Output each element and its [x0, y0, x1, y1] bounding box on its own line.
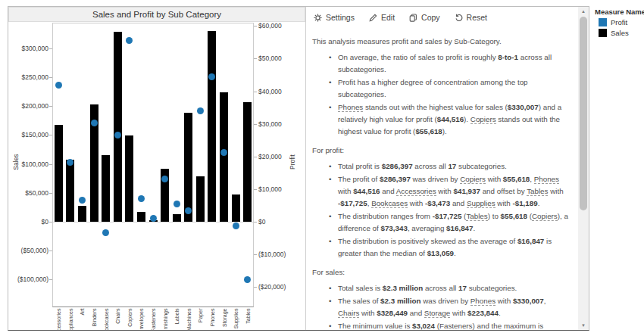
scroll-down-arrow[interactable]: ▼ [578, 321, 589, 330]
reset-button[interactable]: Reset [455, 13, 487, 22]
bar-accessories[interactable] [55, 125, 63, 222]
y-right-tick-label: ($20,000) [258, 283, 298, 291]
bar-art[interactable] [78, 206, 86, 222]
story-text: $41,937 [454, 187, 480, 195]
x-axis-label-appliances: Appliances [67, 309, 73, 331]
story-text: -$17,725 [433, 212, 462, 220]
profit-dot-binders[interactable] [91, 120, 98, 126]
profit-dot-copiers[interactable] [126, 37, 133, 44]
story-text: . [474, 224, 476, 232]
story-text: Profit has a higher degree of concentrat… [338, 78, 528, 98]
legend-item-profit[interactable]: Profit [599, 18, 644, 26]
app-window: Sales and Profit by Sub Category ($100,0… [0, 0, 644, 333]
story-text: . [454, 249, 456, 257]
data-story-panel: This analysis measures profit and sales … [307, 28, 578, 330]
story-text: The profit of [338, 175, 380, 183]
legend-swatch-profit [599, 18, 607, 26]
story-text: $16,847 [446, 224, 473, 232]
story-bullet: The sales of $2.3 million was driven by … [329, 295, 569, 319]
profit-dot-supplies[interactable] [233, 223, 239, 229]
x-axis-label-art: Art [79, 309, 86, 331]
story-term-link[interactable]: Tables [527, 187, 548, 196]
story-term-link[interactable]: Tables [466, 212, 487, 221]
y-right-tick-label: $30,000 [258, 120, 298, 128]
copy-button[interactable]: Copy [409, 13, 440, 22]
profit-dot-fasteners[interactable] [150, 215, 157, 222]
story-text: stands out with the highest value for sa… [363, 103, 508, 111]
story-text: subcategories. [467, 284, 517, 292]
y-right-tick-mark [254, 254, 257, 255]
legend-item-sales[interactable]: Sales [599, 29, 644, 37]
story-text: $286,397 [380, 175, 411, 183]
profit-dot-phones[interactable] [208, 73, 215, 80]
undo-icon [455, 14, 463, 22]
story-term-link[interactable]: Copiers [470, 115, 496, 124]
bar-storage[interactable] [220, 92, 228, 222]
profit-dot-labels[interactable] [174, 201, 180, 207]
story-section-heading: For profit: [312, 145, 569, 157]
bar-labels[interactable] [173, 214, 181, 222]
story-term-link[interactable]: Phones [470, 297, 496, 306]
story-bullet: Total profit is $286,397 across all 17 s… [329, 160, 569, 173]
y-left-tick-mark [49, 251, 52, 251]
story-term-link[interactable]: Fasteners [439, 322, 473, 330]
settings-button[interactable]: Settings [314, 13, 355, 22]
bar-supplies[interactable] [232, 195, 240, 222]
profit-dot-accessories[interactable] [55, 82, 62, 89]
bar-chairs[interactable] [114, 32, 122, 222]
y-left-tick-label: $300,000 [9, 45, 48, 52]
story-text: $2.3 million [383, 284, 423, 292]
bar-bookcases[interactable] [102, 155, 110, 222]
zero-line [53, 222, 253, 223]
reset-label: Reset [467, 13, 487, 22]
profit-dot-paper[interactable] [197, 107, 204, 114]
story-term-link[interactable]: Accessories [396, 187, 436, 196]
profit-dot-chairs[interactable] [114, 132, 121, 138]
story-term-link[interactable]: Supplies [467, 199, 496, 208]
x-axis-label-envelopes: Envelopes [138, 309, 145, 331]
story-bullet: Phones stands out with the highest value… [329, 101, 569, 138]
story-text: was driven by [420, 297, 470, 305]
y-left-tick-label: $250,000 [9, 73, 48, 81]
story-text: was driven by [411, 175, 460, 183]
y-right-tick-mark [254, 58, 257, 59]
story-text: with [359, 309, 377, 317]
story-term-link[interactable]: Bookcases [371, 199, 408, 208]
bar-copiers[interactable] [125, 135, 133, 222]
story-term-link[interactable]: Copiers [532, 212, 558, 221]
story-text: $3,024 [412, 322, 435, 330]
y-left-tick-mark [49, 135, 52, 135]
story-term-link[interactable]: Copiers [460, 175, 486, 184]
story-text: On average, the ratio of sales to profit… [338, 53, 498, 61]
story-term-link[interactable]: Phones [338, 103, 363, 112]
story-term-link[interactable]: Chairs [338, 309, 359, 318]
edit-button[interactable]: Edit [369, 13, 395, 22]
story-text: $223,844 [467, 309, 499, 317]
story-text: across all [413, 162, 449, 170]
story-text: 17 [458, 284, 467, 292]
scrollbar-thumb[interactable] [580, 17, 587, 210]
story-text: ). [464, 115, 470, 123]
edit-label: Edit [381, 13, 395, 22]
story-text: $44,516 [437, 115, 464, 123]
story-text: ). [442, 127, 447, 135]
story-scrollbar[interactable]: ▲ ▼ [578, 7, 589, 330]
y-right-tick-label: ($10,000) [258, 251, 298, 258]
story-term-link[interactable]: Storage [424, 309, 450, 318]
y-left-tick-mark [49, 193, 52, 194]
bar-phones[interactable] [208, 31, 216, 222]
bar-tables[interactable] [243, 102, 252, 222]
y-right-tick-mark [254, 189, 257, 190]
bar-appliances[interactable] [66, 160, 74, 222]
story-text: $55,618 [503, 175, 530, 183]
y-right-tick-mark [254, 26, 257, 26]
bar-paper[interactable] [196, 176, 205, 222]
profit-dot-storage[interactable] [220, 149, 227, 156]
y-right-tick-label: $50,000 [258, 54, 298, 62]
viz-widget: Sales and Profit by Sub Category ($100,0… [8, 6, 589, 331]
story-term-link[interactable]: Phones [534, 175, 559, 184]
bar-envelopes[interactable] [137, 212, 145, 222]
scroll-up-arrow[interactable]: ▲ [578, 7, 589, 16]
story-text: $73,343 [380, 224, 407, 232]
bar-machines[interactable] [184, 113, 192, 222]
